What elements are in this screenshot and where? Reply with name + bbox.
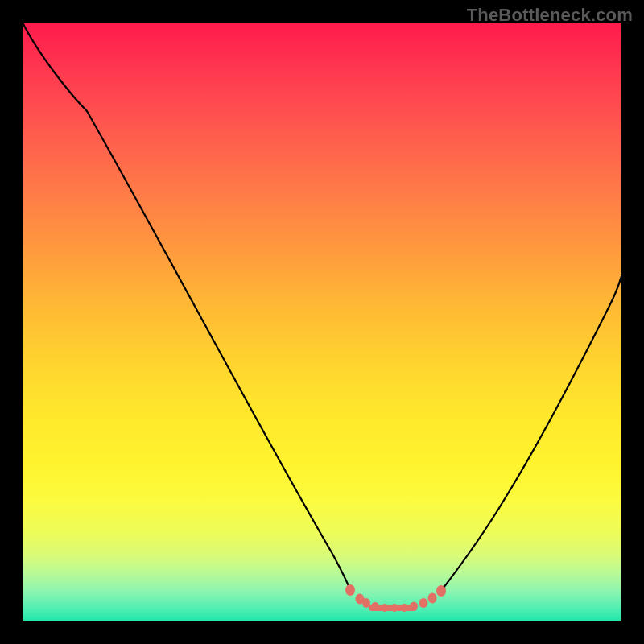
dot [345, 584, 355, 596]
dot [428, 593, 437, 604]
left-curve [23, 23, 350, 590]
plot-area [23, 23, 621, 621]
right-curve [441, 276, 621, 591]
dot [419, 598, 428, 608]
dot [436, 585, 446, 597]
bottom-dots [345, 584, 446, 612]
dot-connector [369, 605, 417, 611]
outer-frame: TheBottleneck.com [0, 0, 644, 644]
curve-svg [23, 23, 621, 621]
